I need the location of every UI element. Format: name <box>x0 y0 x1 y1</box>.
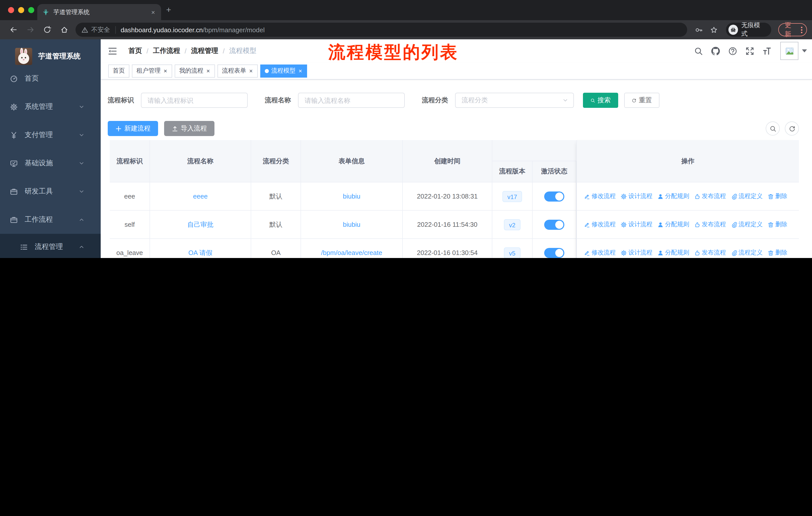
close-window-button[interactable] <box>8 7 14 13</box>
tab-title: 芋道管理系统 <box>53 8 150 17</box>
browser-tab[interactable]: 芋道管理系统 × <box>37 4 161 20</box>
chevron-up-icon <box>79 244 85 250</box>
browser-menu-icon[interactable] <box>801 26 803 33</box>
collapse-sidebar-icon[interactable] <box>108 47 117 55</box>
sidebar-item-pay[interactable]: 支付管理 <box>0 121 101 149</box>
bookmark-star-icon[interactable] <box>710 26 718 33</box>
action-修改流程[interactable]: 修改流程 <box>584 248 616 257</box>
form-info-link[interactable]: biubiu <box>343 221 360 228</box>
breadcrumb-separator: / <box>185 47 187 55</box>
close-icon[interactable]: × <box>249 68 253 74</box>
security-label[interactable]: 不安全 <box>91 25 110 34</box>
forward-icon[interactable] <box>26 26 34 34</box>
toggle-search-button[interactable] <box>766 121 780 136</box>
close-icon[interactable]: × <box>163 68 168 74</box>
col-header-name: 流程名称 <box>150 140 251 182</box>
action-发布流程[interactable]: 发布流程 <box>694 248 726 257</box>
process-key-label: 流程标识 <box>108 96 134 105</box>
action-发布流程[interactable]: 发布流程 <box>694 192 726 200</box>
active-toggle[interactable] <box>544 191 564 201</box>
refresh-table-button[interactable] <box>785 121 799 136</box>
address-bar[interactable]: 不安全 dashboard.yudao.iocoder.cn /bpm/mana… <box>76 23 687 37</box>
sidebar-logo[interactable]: 芋道管理系统 <box>0 39 101 67</box>
minimize-window-button[interactable] <box>18 7 24 13</box>
warning-icon <box>82 26 88 33</box>
sidebar-item-home[interactable]: 首页 <box>0 64 101 93</box>
assign-user-icon <box>658 250 664 256</box>
tab-租户管理[interactable]: 租户管理× <box>132 64 172 77</box>
action-设计流程[interactable]: 设计流程 <box>621 220 652 229</box>
action-流程定义[interactable]: 流程定义 <box>731 220 763 229</box>
form-info-link[interactable]: /bpm/oa/leave/create <box>321 249 382 256</box>
action-删除[interactable]: 删除 <box>768 248 787 257</box>
avatar[interactable] <box>780 42 799 60</box>
action-分配规则[interactable]: 分配规则 <box>658 248 689 257</box>
action-分配规则[interactable]: 分配规则 <box>658 192 689 200</box>
tab-label: 流程表单 <box>222 66 246 75</box>
action-设计流程[interactable]: 设计流程 <box>621 248 652 257</box>
process-name-link[interactable]: OA 请假 <box>188 248 212 257</box>
github-icon[interactable] <box>711 47 720 55</box>
close-icon[interactable]: × <box>298 68 302 74</box>
update-button[interactable]: 更新 <box>778 23 807 36</box>
trash-icon <box>768 193 774 199</box>
dashboard-icon <box>10 75 18 82</box>
action-修改流程[interactable]: 修改流程 <box>584 192 616 200</box>
form-info-link[interactable]: biubiu <box>343 192 360 200</box>
action-流程定义[interactable]: 流程定义 <box>731 248 763 257</box>
reload-icon[interactable] <box>43 26 51 34</box>
action-删除[interactable]: 删除 <box>768 192 787 200</box>
search-button[interactable]: 搜索 <box>583 93 618 108</box>
process-key-input[interactable] <box>141 93 248 108</box>
action-发布流程[interactable]: 发布流程 <box>694 220 726 229</box>
process-name-link[interactable]: 自己审批 <box>187 220 213 229</box>
tab-首页[interactable]: 首页 <box>108 64 129 77</box>
navbar: 首页/工作流程/流程管理/流程模型 流程模型的列表 <box>101 39 812 62</box>
tab-我的流程[interactable]: 我的流程× <box>175 64 215 77</box>
help-icon[interactable] <box>728 47 737 55</box>
sidebar-menu: 首页系统管理支付管理基础设施研发工具工作流程流程管理流程表单用户分组流程模型任务… <box>0 64 101 258</box>
process-name-link[interactable]: eeee <box>193 192 208 200</box>
tab-close-icon[interactable]: × <box>150 8 156 16</box>
trash-icon <box>768 221 774 227</box>
active-toggle[interactable] <box>544 248 564 258</box>
password-key-icon[interactable] <box>695 26 702 33</box>
action-流程定义[interactable]: 流程定义 <box>731 192 763 200</box>
breadcrumb-item[interactable]: 流程管理 <box>191 46 218 55</box>
breadcrumb-item[interactable]: 首页 <box>128 46 142 55</box>
caret-down-icon[interactable] <box>802 49 807 52</box>
sidebar-item-infra[interactable]: 基础设施 <box>0 149 101 178</box>
new-tab-button[interactable]: + <box>166 6 171 14</box>
process-name-input[interactable] <box>298 93 405 108</box>
edit-icon <box>584 193 590 199</box>
reset-button[interactable]: 重置 <box>624 93 660 108</box>
sidebar-item-workflow[interactable]: 工作流程 <box>0 206 101 234</box>
process-category-value: 流程分类 <box>462 96 488 105</box>
home-icon[interactable] <box>60 26 68 34</box>
search-icon[interactable] <box>694 47 702 55</box>
back-icon[interactable] <box>9 26 18 34</box>
font-size-icon[interactable] <box>762 47 771 55</box>
chevron-down-icon <box>562 97 568 103</box>
sidebar-item-devtools[interactable]: 研发工具 <box>0 178 101 206</box>
fullscreen-icon[interactable] <box>745 47 754 55</box>
close-icon[interactable]: × <box>206 68 210 74</box>
sidebar-item-system[interactable]: 系统管理 <box>0 93 101 121</box>
action-设计流程[interactable]: 设计流程 <box>621 192 652 200</box>
action-分配规则[interactable]: 分配规则 <box>658 220 689 229</box>
cell-process-key: eee <box>110 183 150 210</box>
tab-流程表单[interactable]: 流程表单× <box>218 64 258 77</box>
col-header-form: 表单信息 <box>301 140 403 182</box>
process-category-select[interactable]: 流程分类 <box>455 93 574 108</box>
cell-process-key: self <box>110 211 150 238</box>
breadcrumb-item[interactable]: 工作流程 <box>153 46 180 55</box>
window-controls[interactable] <box>8 7 34 13</box>
sidebar-item-process-manage[interactable]: 流程管理 <box>0 234 101 258</box>
create-process-button[interactable]: 新建流程 <box>108 121 158 136</box>
action-修改流程[interactable]: 修改流程 <box>584 220 616 229</box>
import-process-button[interactable]: 导入流程 <box>164 121 214 136</box>
zoom-window-button[interactable] <box>28 7 34 13</box>
action-删除[interactable]: 删除 <box>768 220 787 229</box>
tab-流程模型[interactable]: 流程模型× <box>260 64 307 77</box>
active-toggle[interactable] <box>544 219 564 229</box>
